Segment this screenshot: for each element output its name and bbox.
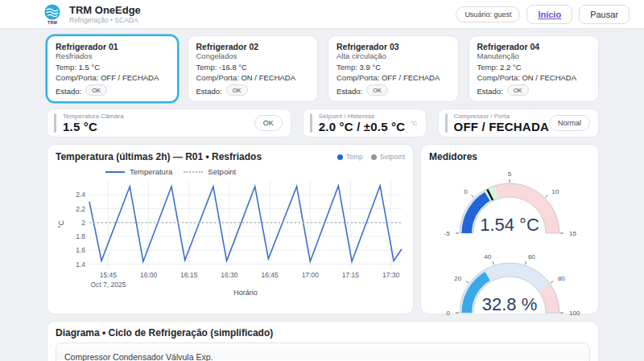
- kpi-label: Temperatura Câmara: [63, 113, 124, 120]
- svg-text:1.6: 1.6: [76, 246, 85, 254]
- kpi-accent-bar: [445, 113, 448, 133]
- gauges-panel-title: Medidores: [429, 151, 590, 162]
- card-temp-row: Temp: 3.9 °C: [336, 63, 450, 72]
- app-header: TRM TRM OneEdge Refrigeração • SCADA Usu…: [0, 0, 644, 29]
- card-estado-row: Estado:OK: [336, 84, 450, 96]
- legend-dot-icon: [371, 154, 377, 160]
- diagram-labels: Compressor Condensador Válvula Exp.: [64, 352, 213, 361]
- card-comp-row: Comp/Porta: ON / FECHADA: [196, 73, 310, 82]
- app-subtitle: Refrigeração • SCADA: [69, 16, 141, 24]
- trm-logo-icon: TRM: [42, 4, 63, 25]
- kpi-status-badge: Normal: [549, 115, 590, 131]
- duty-cycle-gauge-chart: 02040608010032.8 %: [429, 242, 590, 319]
- svg-text:16:45: 16:45: [261, 271, 279, 279]
- card-title: Refrigerador 03: [336, 42, 450, 51]
- status-badge: OK: [226, 84, 248, 96]
- svg-text:1.4: 1.4: [76, 260, 85, 269]
- svg-text:-5: -5: [444, 230, 451, 237]
- kpi-accent-bar: [54, 113, 56, 133]
- diagram-title: Diagrama • Ciclo de Refrigeração (simpli…: [56, 327, 590, 338]
- kpi-accent-bar: [310, 113, 312, 133]
- card-estado-row: Estado:OK: [477, 84, 591, 96]
- svg-text:5: 5: [508, 170, 512, 178]
- gauge-temperature: -50510151.54 °C: [429, 162, 590, 243]
- card-refrigerador-02[interactable]: Refrigerador 02 Congelados Temp: -16.8 °…: [188, 35, 319, 102]
- svg-text:10: 10: [551, 188, 559, 195]
- kpi-unit: °C: [411, 120, 418, 127]
- svg-text:100: 100: [569, 310, 580, 317]
- kpi-compressor-porta: Compressor / Porta OFF / FECHADA Normal: [438, 109, 599, 137]
- user-badge: Usuário: guest: [456, 6, 520, 23]
- card-estado-row: Estado:OK: [196, 84, 310, 96]
- app-title: TRM OneEdge: [69, 4, 141, 16]
- chart-title: Temperatura (últimas 2h) — R01 • Resfria…: [56, 151, 262, 162]
- svg-text:20: 20: [454, 275, 461, 282]
- card-title: Refrigerador 01: [56, 42, 169, 51]
- svg-text:16:15: 16:15: [180, 271, 198, 279]
- svg-text:32.8 %: 32.8 %: [482, 294, 538, 314]
- kpi-value: OFF / FECHADA: [454, 120, 549, 133]
- svg-text:°C: °C: [57, 219, 65, 228]
- svg-text:Oct 7, 2025: Oct 7, 2025: [90, 281, 126, 289]
- svg-text:60: 60: [528, 253, 535, 260]
- pause-button[interactable]: Pausar: [579, 5, 630, 24]
- kpi-row: Temperatura Câmara 1.5 °C OK Setpoint / …: [47, 109, 599, 137]
- svg-text:17:30: 17:30: [382, 271, 400, 279]
- status-badge: OK: [507, 84, 529, 96]
- temperature-gauge-chart: -50510151.54 °C: [429, 162, 590, 240]
- svg-text:0: 0: [464, 188, 468, 195]
- card-refrigerador-04[interactable]: Refrigerador 04 Manutenção Temp: 2.2 °C …: [469, 35, 600, 102]
- card-comp-row: Comp/Porta: ON / FECHADA: [477, 73, 591, 82]
- card-subtitle: Alta circulação: [336, 51, 450, 60]
- legend-item-temp[interactable]: Temp: [337, 153, 363, 161]
- kpi-label: Setpoint / Histerese: [319, 113, 406, 120]
- kpi-value: 2.0 °C / ±0.5 °C: [319, 120, 406, 133]
- card-title: Refrigerador 04: [477, 42, 591, 51]
- home-button[interactable]: Início: [526, 5, 572, 24]
- temperature-chart-panel: Temperatura (últimas 2h) — R01 • Resfria…: [47, 144, 414, 314]
- svg-text:15: 15: [569, 230, 576, 237]
- kpi-value: 1.5 °C: [63, 120, 124, 133]
- card-subtitle: Manutenção: [477, 51, 591, 60]
- card-subtitle: Resfriados: [56, 51, 169, 60]
- svg-text:2.4: 2.4: [76, 191, 85, 199]
- card-temp-row: Temp: -16.8 °C: [196, 63, 310, 72]
- svg-text:1.8: 1.8: [76, 232, 85, 240]
- line-sample-icon: [105, 171, 125, 173]
- kpi-setpoint-histerese: Setpoint / Histerese 2.0 °C / ±0.5 °C °C: [303, 109, 427, 137]
- svg-text:Horário: Horário: [233, 289, 258, 297]
- gauge-duty-cycle: 02040608010032.8 %: [429, 242, 590, 322]
- diagram-panel: Diagrama • Ciclo de Refrigeração (simpli…: [47, 321, 599, 361]
- card-refrigerador-03[interactable]: Refrigerador 03 Alta circulação Temp: 3.…: [328, 35, 459, 102]
- diagram-canvas: Compressor Condensador Válvula Exp.: [56, 343, 590, 361]
- inplot-legend-temperatura[interactable]: Temperatura: [105, 167, 172, 176]
- svg-text:80: 80: [558, 275, 565, 282]
- kpi-status-badge: OK: [254, 115, 283, 131]
- svg-text:2.2: 2.2: [76, 205, 85, 213]
- kpi-temperatura-camara: Temperatura Câmara 1.5 °C OK: [47, 109, 291, 137]
- card-temp-row: Temp: 2.2 °C: [477, 63, 591, 72]
- card-refrigerador-01[interactable]: Refrigerador 01 Resfriados Temp: 1.5 °C …: [47, 35, 178, 102]
- svg-text:0: 0: [447, 310, 451, 317]
- card-comp-row: Comp/Porta: OFF / FECHADA: [336, 73, 450, 82]
- kpi-label: Compressor / Porta: [454, 113, 549, 120]
- inplot-legend: Temperatura Setpoint: [105, 167, 405, 176]
- status-badge: OK: [85, 84, 107, 96]
- svg-text:2: 2: [81, 219, 85, 227]
- card-subtitle: Congelados: [196, 51, 310, 60]
- svg-text:17:15: 17:15: [342, 271, 360, 279]
- logo-text: TRM: [47, 20, 57, 25]
- legend-item-setpoint[interactable]: Setpoint: [371, 153, 405, 161]
- card-comp-row: Comp/Porta: OFF / FECHADA: [56, 73, 169, 82]
- dotted-line-sample-icon: [184, 171, 203, 173]
- refrigerator-cards: Refrigerador 01 Resfriados Temp: 1.5 °C …: [47, 35, 599, 102]
- svg-text:40: 40: [484, 253, 491, 260]
- legend-dot-icon: [337, 154, 343, 160]
- svg-text:1.54 °C: 1.54 °C: [480, 215, 539, 235]
- svg-text:17:00: 17:00: [302, 271, 320, 279]
- inplot-legend-setpoint[interactable]: Setpoint: [184, 167, 236, 176]
- gauges-panel: Medidores -50510151.54 °C Duty Cycle Com…: [420, 144, 599, 314]
- svg-text:16:00: 16:00: [140, 271, 158, 279]
- temperature-line-chart[interactable]: 15:45Oct 7, 202516:0016:1516:3016:4517:0…: [56, 176, 407, 298]
- card-estado-row: Estado:OK: [56, 84, 169, 96]
